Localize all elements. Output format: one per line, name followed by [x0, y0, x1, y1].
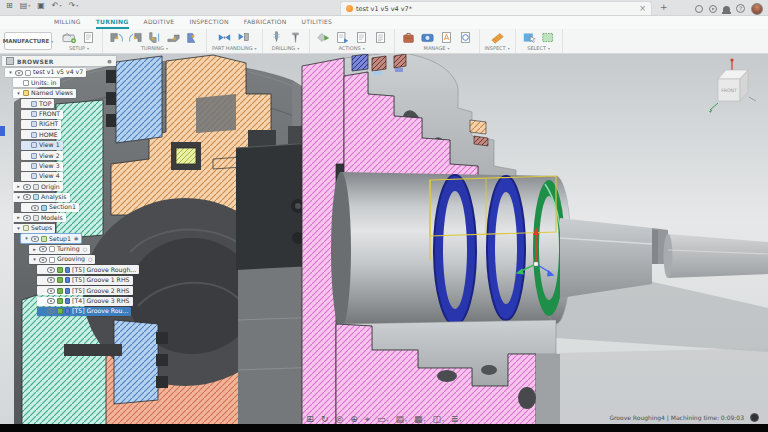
camera-tool-icon[interactable]	[419, 31, 436, 44]
save-icon[interactable]: ▣	[37, 2, 45, 10]
tools-tool-icon[interactable]	[400, 31, 417, 44]
visibility-eye-icon[interactable]	[47, 298, 55, 304]
viewport-canvas[interactable]: BROWSER ● ▾test v1 v5 v4 v7Units: in▾Nam…	[0, 54, 768, 424]
grid-settings-icon[interactable]: ▦▾	[414, 415, 426, 424]
collapse-panel-icon[interactable]	[6, 57, 14, 65]
browser-item-analysis[interactable]: ▾Analysis	[13, 193, 70, 202]
document-tab[interactable]: test v1 v5 v4 v7* ×	[340, 1, 652, 15]
docG-tool-icon[interactable]	[457, 31, 474, 44]
browser-item-home[interactable]: HOME	[21, 130, 61, 139]
browser-item-view-3[interactable]: View 3	[21, 162, 63, 171]
docA-tool-icon[interactable]	[438, 31, 455, 44]
sheet-tool-icon[interactable]	[80, 31, 97, 44]
expand-closed-icon[interactable]: ▸	[16, 215, 21, 220]
visibility-eye-icon[interactable]	[47, 308, 55, 314]
viewports-icon[interactable]: ◫▾	[433, 415, 445, 424]
visibility-eye-icon[interactable]	[23, 184, 31, 190]
browser-item-section1[interactable]: Section1	[21, 203, 79, 212]
visibility-eye-icon[interactable]	[47, 267, 55, 273]
status-badge-icon[interactable]	[750, 413, 759, 422]
drill-tool-icon[interactable]	[268, 31, 285, 44]
tab-additive[interactable]: ADDITIVE	[144, 18, 175, 29]
display-settings-icon[interactable]: ▤▾	[395, 415, 407, 424]
browser-item-setup1[interactable]: ▾Setup1◉	[21, 234, 81, 243]
measure-tool-icon[interactable]	[489, 31, 506, 44]
browser-item--t4-groove-3-rhs[interactable]: [T4] Groove 3 RHS	[37, 297, 133, 306]
orbit-icon[interactable]: ↻	[321, 415, 329, 424]
simulate-tool-icon[interactable]	[315, 31, 332, 44]
browser-item-models[interactable]: ▸Models	[13, 213, 66, 222]
ribbon-group-label[interactable]: TURNING▾	[141, 45, 168, 51]
browser-item-top[interactable]: TOP	[21, 99, 54, 108]
browser-item--t5-groove-rough-[interactable]: [T5] Groove Rough...	[37, 265, 139, 274]
file-menu-icon[interactable]: ▤▾	[20, 2, 31, 10]
browser-item-grooving[interactable]: ▾Grooving○	[29, 255, 95, 264]
zoom-window-icon[interactable]: ⌖	[365, 415, 370, 424]
select-tool-icon[interactable]	[521, 31, 538, 44]
visibility-eye-icon[interactable]	[39, 246, 47, 252]
expand-open-icon[interactable]: ▾	[16, 226, 21, 231]
visibility-eye-icon[interactable]	[23, 194, 31, 200]
browser-item-setups[interactable]: ▾Setups	[13, 224, 55, 233]
visibility-eye-icon[interactable]	[39, 257, 47, 263]
ribbon-group-label[interactable]: SETUP▾	[69, 45, 89, 51]
visibility-eye-icon[interactable]	[31, 205, 39, 211]
browser-item-view-1[interactable]: View 1	[21, 141, 63, 150]
visibility-eye-icon[interactable]	[23, 215, 31, 221]
expand-closed-icon[interactable]: ▸	[32, 247, 37, 252]
window-tool-icon[interactable]	[540, 31, 557, 44]
tab-utilities[interactable]: UTILITIES	[302, 18, 333, 29]
browser-item-origin[interactable]: ▸Origin	[13, 182, 63, 191]
ribbon-group-label[interactable]: INSPECT▾	[485, 45, 510, 51]
visibility-eye-icon[interactable]	[31, 236, 39, 242]
ribbon-group-label[interactable]: DRILLING▾	[272, 45, 299, 51]
ribbon-group-label[interactable]: SELECT▾	[527, 45, 550, 51]
browser-item-right[interactable]: RIGHT	[21, 120, 61, 129]
handling2-tool-icon[interactable]	[235, 31, 252, 44]
undo-icon[interactable]: ↶▾	[52, 2, 62, 10]
expand-closed-icon[interactable]: ▸	[16, 184, 21, 189]
ribbon-group-label[interactable]: MANAGE▾	[424, 45, 450, 51]
browser-item-front[interactable]: FRONT	[21, 110, 63, 119]
ribbon-group-label[interactable]: PART HANDLING▾	[212, 45, 257, 51]
job-status-icon[interactable]	[709, 5, 717, 13]
viewcube[interactable]: FRONT	[706, 57, 760, 123]
notifications-icon[interactable]	[723, 6, 730, 12]
visibility-eye-icon[interactable]	[15, 70, 23, 76]
nc-tool-icon[interactable]	[372, 31, 389, 44]
new-tab-button[interactable]: +	[660, 2, 668, 12]
drill2-tool-icon[interactable]	[287, 31, 304, 44]
post-tool-icon[interactable]	[334, 31, 351, 44]
zoom-icon[interactable]: ⊕	[350, 415, 358, 424]
active-setup-radio[interactable]: ◉	[74, 236, 78, 241]
turnC-tool-icon[interactable]	[146, 31, 163, 44]
expand-open-icon[interactable]: ▾	[16, 195, 21, 200]
avatar[interactable]	[751, 3, 763, 15]
turnE-tool-icon[interactable]	[184, 31, 201, 44]
help-icon[interactable]: ?	[736, 4, 745, 13]
workspace-selector[interactable]: MANUFACTURE ▾	[4, 32, 52, 50]
tab-fabrication[interactable]: FABRICATION	[244, 18, 287, 29]
browser-item--t5-groove-2-rhs[interactable]: [T5] Groove 2 RHS	[37, 286, 133, 295]
browser-header[interactable]: BROWSER ●	[2, 56, 116, 66]
pan-icon[interactable]: ⊞	[306, 415, 314, 424]
redo-icon[interactable]: ↷▾	[69, 2, 79, 10]
browser-item-units-in[interactable]: Units: in	[13, 78, 60, 87]
browser-item-test-v1-v5-v4-v7[interactable]: ▾test v1 v5 v4 v7	[5, 68, 86, 77]
expand-open-icon[interactable]: ▾	[8, 70, 13, 75]
handling-tool-icon[interactable]	[216, 31, 233, 44]
expand-open-icon[interactable]: ▾	[32, 257, 37, 262]
browser-item-view-4[interactable]: View 4	[21, 172, 63, 181]
visibility-eye-icon[interactable]	[47, 288, 55, 294]
extensions-icon[interactable]	[695, 5, 703, 13]
browser-item-turning[interactable]: ▸Turning○	[29, 245, 90, 254]
browser-item-view-2[interactable]: View 2	[21, 151, 63, 160]
close-tab-icon[interactable]: ×	[639, 4, 646, 13]
turnA-tool-icon[interactable]	[108, 31, 125, 44]
expand-open-icon[interactable]: ▾	[16, 91, 21, 96]
ribbon-group-label[interactable]: ACTIONS▾	[338, 45, 364, 51]
tab-milling[interactable]: MILLING	[54, 18, 81, 29]
sheet-tool-icon[interactable]	[353, 31, 370, 44]
browser-list-icon[interactable]: ≣▾	[451, 415, 462, 424]
visibility-eye-icon[interactable]	[47, 277, 55, 283]
